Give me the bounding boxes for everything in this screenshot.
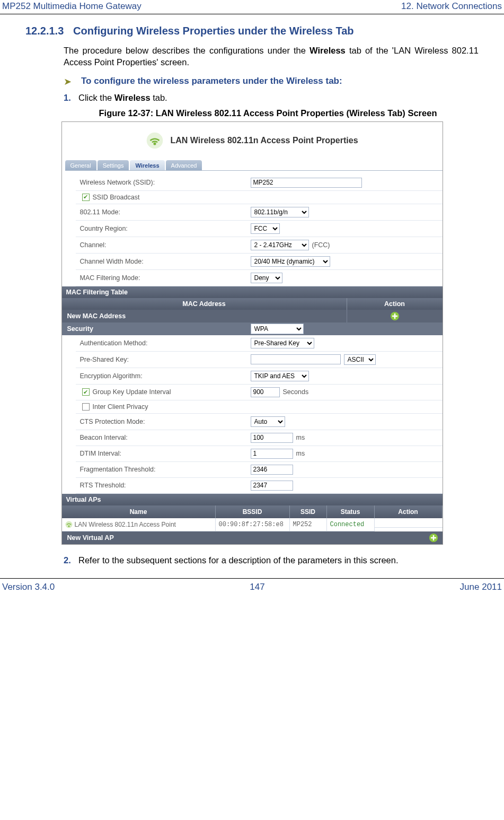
tabs: General Settings Wireless Advanced	[65, 160, 443, 171]
tab-advanced[interactable]: Advanced	[166, 160, 202, 170]
frag-input[interactable]	[251, 465, 293, 475]
channel-select[interactable]: 2 - 2.417GHz	[251, 240, 309, 250]
mode-select[interactable]: 802.11b/g/n	[251, 207, 309, 217]
header-right: 12. Network Connections	[401, 1, 502, 12]
intro-paragraph: The procedure below describes the config…	[64, 45, 479, 68]
chwidth-label: Channel Width Mode:	[76, 258, 251, 265]
svg-point-3	[68, 525, 69, 527]
icp-checkbox[interactable]	[82, 403, 90, 411]
enc-select[interactable]: TKIP and AES	[251, 371, 309, 381]
dtim-input[interactable]	[251, 449, 293, 459]
new-vap-row[interactable]: New Virtual AP	[62, 531, 443, 544]
screenshot-title: LAN Wireless 802.11n Access Point Proper…	[170, 136, 358, 145]
rts-input[interactable]	[251, 481, 293, 491]
row-frag: Fragmentation Threshold:	[76, 462, 443, 478]
vap-col-ssid: SSID	[290, 505, 327, 518]
procedure-title: To configure the wireless parameters und…	[81, 76, 342, 88]
figure-caption: Figure 12-37: LAN Wireless 802.11 Access…	[57, 108, 479, 118]
ssid-broadcast-checkbox[interactable]: ✔	[82, 194, 90, 201]
header-left: MP252 Multimedia Home Gateway	[2, 1, 142, 12]
region-label: Country Region:	[76, 225, 251, 232]
channel-label: Channel:	[76, 241, 251, 249]
row-gkui: ✔ Group Key Update Interval Seconds	[76, 385, 443, 400]
beacon-input[interactable]	[251, 433, 293, 443]
ssid-input[interactable]	[251, 178, 362, 188]
step-2-text: Refer to the subsequent sections for a d…	[78, 555, 399, 565]
section-heading: 12.2.1.3 Configuring Wireless Properties…	[25, 25, 479, 37]
new-vap-label: New Virtual AP	[62, 531, 216, 544]
security-select[interactable]: WPA	[251, 324, 304, 334]
add-vap-icon[interactable]	[216, 531, 443, 544]
vap-col-name: Name	[62, 505, 216, 518]
footer-right: June 2011	[460, 582, 502, 592]
doc-header: MP252 Multimedia Home Gateway 12. Networ…	[0, 0, 504, 14]
mac-table-title: MAC Filtering Table	[62, 286, 443, 298]
row-channel: Channel: 2 - 2.417GHz (FCC)	[76, 237, 443, 254]
row-psk: Pre-Shared Key: ASCII	[76, 352, 443, 368]
screenshot-title-row: LAN Wireless 802.11n Access Point Proper…	[62, 122, 443, 160]
vap-col-action: Action	[375, 505, 443, 518]
beacon-unit: ms	[296, 434, 305, 441]
tab-settings[interactable]: Settings	[98, 160, 129, 170]
vap-col-bssid: BSSID	[216, 505, 290, 518]
macfilter-select[interactable]: Deny	[251, 273, 282, 283]
vap-col-status: Status	[327, 505, 375, 518]
vap-row-ssid: MP252	[290, 518, 327, 531]
auth-select[interactable]: Pre-Shared Key	[251, 338, 314, 348]
row-ssid-broadcast: ✔ SSID Broadcast	[76, 191, 443, 204]
screenshot: LAN Wireless 802.11n Access Point Proper…	[61, 121, 443, 545]
security-row: Security WPA	[62, 322, 443, 335]
tab-wireless[interactable]: Wireless	[130, 160, 164, 170]
vap-header: Name BSSID SSID Status Action	[62, 505, 443, 518]
svg-point-0	[147, 132, 163, 149]
step-number: 1.	[64, 93, 78, 103]
section-number: 12.2.1.3	[25, 25, 64, 37]
gkui-input[interactable]	[251, 387, 280, 397]
vap-title: Virtual APs	[62, 494, 443, 505]
row-icp: Inter Client Privacy	[76, 400, 443, 414]
security-label: Security	[62, 322, 251, 335]
step-1: 1. Click the Wireless tab.	[64, 93, 479, 103]
macfilter-label: MAC Filtering Mode:	[76, 274, 251, 282]
chwidth-select[interactable]: 20/40 MHz (dynamic)	[251, 256, 330, 267]
dtim-label: DTIM Interval:	[76, 450, 251, 457]
row-rts: RTS Threshold:	[76, 478, 443, 494]
row-region: Country Region: FCC	[76, 221, 443, 237]
procedure-title-row: ➤ To configure the wireless parameters u…	[64, 76, 479, 88]
row-auth: Authentication Method: Pre-Shared Key	[76, 335, 443, 352]
vap-row[interactable]: LAN Wireless 802.11n Access Point 00:90:…	[62, 518, 443, 531]
row-beacon: Beacon Interval: ms	[76, 430, 443, 446]
auth-label: Authentication Method:	[76, 339, 251, 347]
gkui-checkbox[interactable]: ✔	[82, 388, 90, 396]
ssid-label: Wireless Network (SSID):	[76, 179, 251, 186]
cts-label: CTS Protection Mode:	[76, 418, 251, 425]
psk-type-select[interactable]: ASCII	[344, 354, 376, 365]
gkui-label: Group Key Update Interval	[93, 388, 171, 396]
enc-label: Encryption Algorithm:	[76, 372, 251, 380]
row-mode: 802.11 Mode: 802.11b/g/n	[76, 204, 443, 221]
tab-general[interactable]: General	[65, 160, 96, 170]
region-select[interactable]: FCC	[251, 223, 280, 234]
svg-point-2	[65, 521, 72, 528]
wifi-icon	[146, 132, 164, 150]
vap-row-action	[375, 522, 443, 528]
new-mac-row[interactable]: New MAC Address	[62, 310, 443, 322]
dtim-unit: ms	[296, 450, 305, 457]
ssid-broadcast-label: SSID Broadcast	[93, 194, 140, 201]
new-mac-label: New MAC Address	[62, 310, 347, 322]
mode-label: 802.11 Mode:	[76, 208, 251, 216]
psk-input[interactable]	[251, 354, 341, 364]
frag-label: Fragmentation Threshold:	[76, 466, 251, 473]
mac-col-address: MAC Address	[62, 298, 347, 310]
footer-center: 147	[250, 582, 264, 592]
vap-row-status: Connected	[330, 521, 365, 528]
add-mac-icon[interactable]	[347, 310, 443, 322]
section-title: Configuring Wireless Properties under th…	[73, 25, 353, 37]
step-number: 2.	[64, 555, 78, 565]
row-macfilter: MAC Filtering Mode: Deny	[76, 270, 443, 286]
row-ssid: Wireless Network (SSID):	[76, 175, 443, 191]
beacon-label: Beacon Interval:	[76, 434, 251, 441]
doc-footer: Version 3.4.0 147 June 2011	[0, 578, 504, 592]
cts-select[interactable]: Auto	[251, 416, 285, 427]
channel-suffix: (FCC)	[312, 241, 330, 249]
